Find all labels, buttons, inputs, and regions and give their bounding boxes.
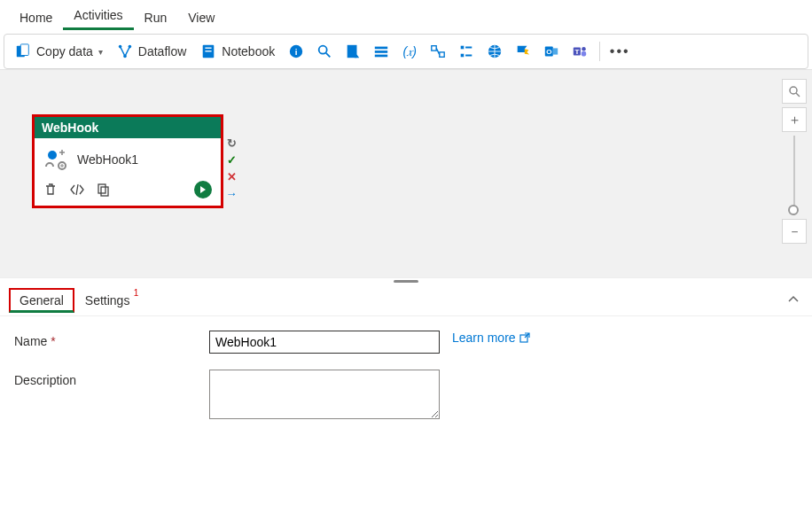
svg-rect-16 bbox=[432, 46, 436, 51]
general-form: Name * Learn more Description bbox=[0, 316, 812, 449]
run-icon[interactable] bbox=[194, 181, 212, 199]
tab-general[interactable]: General bbox=[9, 288, 74, 313]
svg-text:i: i bbox=[295, 47, 298, 57]
tab-run[interactable]: Run bbox=[134, 4, 178, 30]
svg-rect-23 bbox=[553, 48, 558, 54]
search-icon bbox=[316, 43, 332, 59]
svg-rect-31 bbox=[101, 187, 108, 196]
variable-icon: (𝑥) bbox=[402, 43, 418, 59]
info-button[interactable]: i bbox=[284, 40, 308, 63]
tab-view[interactable]: View bbox=[177, 4, 225, 30]
more-button[interactable]: ••• bbox=[607, 40, 632, 63]
zoom-slider-handle[interactable] bbox=[788, 205, 799, 215]
svg-rect-7 bbox=[206, 51, 212, 51]
svg-rect-1 bbox=[20, 44, 28, 56]
ellipsis-icon: ••• bbox=[610, 43, 630, 59]
svg-rect-12 bbox=[347, 45, 357, 58]
svg-rect-19 bbox=[461, 54, 465, 58]
dataflow-button[interactable]: Dataflow bbox=[112, 40, 191, 63]
top-tab-bar: Home Activities Run View bbox=[0, 0, 812, 30]
outlook-button[interactable]: O bbox=[539, 40, 564, 63]
list-icon bbox=[373, 43, 389, 59]
outlook-icon: O bbox=[543, 43, 559, 59]
web-button[interactable] bbox=[482, 40, 507, 63]
lookup-icon bbox=[430, 43, 446, 59]
globe-icon bbox=[487, 43, 503, 59]
teams-button[interactable]: T bbox=[567, 40, 592, 63]
svg-rect-6 bbox=[206, 48, 212, 49]
zoom-controls: ＋ － bbox=[782, 79, 807, 247]
script-button[interactable] bbox=[340, 40, 365, 63]
panel-resize-grip[interactable] bbox=[0, 277, 812, 284]
script-icon bbox=[345, 43, 361, 59]
description-input[interactable] bbox=[209, 370, 440, 419]
pipeline-canvas[interactable]: WebHook WebHook1 bbox=[0, 69, 812, 277]
flag-icon bbox=[515, 43, 531, 59]
info-icon: i bbox=[288, 43, 304, 59]
failure-handle-icon[interactable]: ✕ bbox=[227, 170, 237, 183]
notebook-label: Notebook bbox=[222, 44, 275, 58]
svg-rect-13 bbox=[375, 47, 387, 50]
svg-rect-17 bbox=[440, 52, 444, 57]
zoom-slider[interactable] bbox=[793, 136, 795, 215]
skip-handle-icon[interactable]: → bbox=[226, 187, 238, 200]
external-link-icon bbox=[519, 332, 530, 343]
svg-rect-15 bbox=[375, 55, 387, 58]
activity-output-handles: ↻ ✓ ✕ → bbox=[224, 136, 238, 200]
code-icon[interactable] bbox=[70, 183, 84, 197]
copy-data-button[interactable]: Copy data ▾ bbox=[10, 40, 108, 63]
svg-text:O: O bbox=[546, 48, 551, 56]
svg-line-33 bbox=[796, 93, 800, 97]
search-button[interactable] bbox=[312, 40, 337, 63]
list-button[interactable] bbox=[369, 40, 394, 63]
tab-settings[interactable]: Settings 1 bbox=[74, 288, 141, 313]
zoom-out-button[interactable]: － bbox=[782, 219, 807, 244]
svg-point-28 bbox=[48, 151, 57, 160]
activity-type-label: WebHook bbox=[35, 117, 221, 138]
tab-home[interactable]: Home bbox=[9, 4, 63, 30]
notebook-button[interactable]: Notebook bbox=[195, 40, 280, 63]
success-handle-icon[interactable]: ✓ bbox=[227, 153, 237, 167]
toolbar-separator bbox=[599, 42, 600, 61]
svg-point-10 bbox=[319, 46, 327, 54]
learn-more-link[interactable]: Learn more bbox=[452, 331, 530, 345]
zoom-fit-button[interactable] bbox=[782, 79, 807, 104]
svg-line-11 bbox=[326, 53, 331, 58]
webhook-activity-node[interactable]: WebHook WebHook1 bbox=[32, 114, 223, 208]
notebook-icon bbox=[200, 43, 216, 59]
svg-rect-14 bbox=[375, 51, 387, 53]
collapse-panel-icon[interactable] bbox=[787, 293, 800, 308]
tab-settings-label: Settings bbox=[85, 293, 130, 307]
toolbar: Copy data ▾ Dataflow Notebook i (𝑥) bbox=[4, 34, 808, 69]
description-label: Description bbox=[14, 370, 209, 387]
copy-icon[interactable] bbox=[97, 183, 111, 197]
webhook-icon bbox=[43, 147, 68, 172]
variable-button[interactable]: (𝑥) bbox=[397, 40, 422, 63]
lookup-button[interactable] bbox=[426, 40, 450, 63]
svg-point-32 bbox=[790, 87, 797, 94]
svg-rect-18 bbox=[461, 46, 465, 50]
dataflow-icon bbox=[117, 43, 133, 59]
svg-text:T: T bbox=[575, 48, 580, 56]
svg-point-26 bbox=[582, 47, 586, 51]
tab-settings-badge: 1 bbox=[134, 288, 139, 298]
filter-button[interactable] bbox=[454, 40, 479, 63]
copy-data-icon bbox=[15, 43, 31, 59]
dataflow-label: Dataflow bbox=[138, 44, 186, 58]
filter-icon bbox=[458, 43, 474, 59]
name-label: Name * bbox=[14, 331, 209, 348]
delete-icon[interactable] bbox=[43, 183, 58, 197]
chevron-down-icon: ▾ bbox=[98, 47, 103, 57]
zoom-in-button[interactable]: ＋ bbox=[782, 107, 807, 132]
svg-rect-30 bbox=[98, 184, 105, 193]
retry-handle-icon[interactable]: ↻ bbox=[227, 136, 237, 150]
activity-name-label: WebHook1 bbox=[77, 152, 138, 167]
flag-button[interactable] bbox=[511, 40, 535, 63]
teams-icon: T bbox=[572, 43, 588, 59]
copy-data-label: Copy data bbox=[36, 44, 93, 58]
svg-rect-27 bbox=[582, 51, 586, 56]
properties-panel-tabs: General Settings 1 bbox=[0, 284, 812, 316]
tab-activities[interactable]: Activities bbox=[63, 1, 133, 30]
name-input[interactable] bbox=[209, 331, 440, 354]
